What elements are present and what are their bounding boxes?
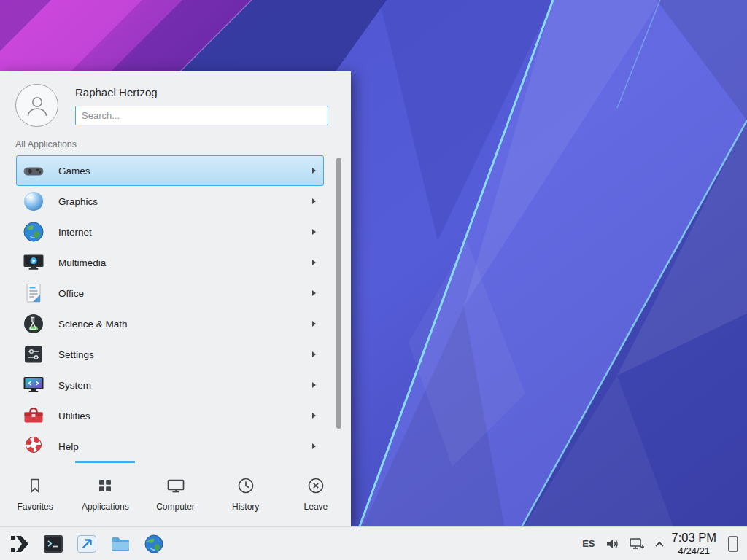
expand-caret-icon[interactable] bbox=[654, 540, 665, 548]
applications-grid-icon bbox=[96, 476, 115, 495]
kickoff-launcher-icon bbox=[9, 533, 31, 555]
system-monitor-icon bbox=[22, 373, 45, 397]
category-label: Office bbox=[58, 288, 84, 299]
office-document-icon bbox=[22, 281, 45, 305]
discover-taskbar-button[interactable] bbox=[73, 530, 101, 558]
tab-label: Favorites bbox=[17, 502, 53, 512]
category-label: Settings bbox=[58, 349, 94, 360]
category-label: Science & Math bbox=[58, 319, 128, 330]
category-label: Internet bbox=[58, 227, 92, 238]
category-multimedia[interactable]: Multimedia bbox=[16, 247, 324, 278]
multimedia-monitor-icon bbox=[22, 251, 45, 274]
taskbar: ES 7:03 PM 4/24/21 bbox=[0, 526, 747, 560]
tab-label: Applications bbox=[82, 502, 129, 512]
settings-sliders-icon bbox=[22, 343, 45, 366]
chevron-right-icon bbox=[312, 413, 316, 419]
bookmark-icon bbox=[26, 476, 44, 495]
category-label: Utilities bbox=[58, 411, 90, 421]
category-system[interactable]: System bbox=[16, 370, 324, 400]
graphics-sphere-icon bbox=[22, 190, 45, 213]
leave-icon bbox=[306, 476, 325, 495]
clock-date: 4/24/21 bbox=[672, 545, 716, 556]
chevron-right-icon bbox=[312, 443, 316, 449]
chevron-right-icon bbox=[312, 382, 316, 388]
konsole-icon bbox=[42, 533, 64, 555]
tab-computer[interactable]: Computer bbox=[140, 461, 210, 526]
category-office[interactable]: Office bbox=[16, 278, 324, 308]
computer-icon bbox=[166, 476, 185, 495]
category-utilities[interactable]: Utilities bbox=[16, 400, 324, 431]
tab-label: History bbox=[232, 502, 259, 512]
internet-globe-icon bbox=[22, 220, 45, 244]
category-label: Help bbox=[58, 441, 79, 452]
person-icon bbox=[24, 93, 50, 119]
show-desktop-icon bbox=[727, 534, 740, 553]
digital-clock[interactable]: 7:03 PM 4/24/21 bbox=[672, 531, 716, 556]
chevron-right-icon bbox=[312, 168, 316, 174]
browser-taskbar-button[interactable] bbox=[140, 530, 168, 558]
konsole-taskbar-button[interactable] bbox=[39, 530, 67, 558]
gamepad-icon bbox=[22, 159, 45, 182]
category-help[interactable]: Help bbox=[16, 431, 324, 461]
launcher-footer: Favorites Applications bbox=[0, 461, 351, 526]
browser-globe-icon bbox=[143, 533, 165, 555]
science-flask-icon bbox=[22, 312, 45, 335]
category-settings[interactable]: Settings bbox=[16, 339, 324, 370]
chevron-right-icon bbox=[312, 290, 316, 296]
scrollbar-thumb[interactable] bbox=[336, 158, 341, 429]
help-lifebuoy-icon bbox=[22, 435, 45, 458]
category-label: Graphics bbox=[58, 196, 98, 207]
tab-label: Leave bbox=[304, 502, 328, 512]
tab-history[interactable]: History bbox=[211, 461, 281, 526]
tab-leave[interactable]: Leave bbox=[281, 461, 351, 526]
clock-time: 7:03 PM bbox=[672, 531, 716, 545]
user-avatar[interactable] bbox=[15, 84, 58, 127]
section-label: All Applications bbox=[0, 133, 351, 152]
dolphin-taskbar-button[interactable] bbox=[107, 530, 134, 558]
chevron-right-icon bbox=[312, 229, 316, 235]
system-tray: ES bbox=[582, 537, 664, 551]
category-label: Games bbox=[58, 166, 90, 176]
tab-applications[interactable]: Applications bbox=[70, 461, 140, 526]
keyboard-layout-indicator[interactable]: ES bbox=[582, 538, 595, 549]
category-graphics[interactable]: Graphics bbox=[16, 186, 324, 217]
tab-label: Computer bbox=[156, 502, 195, 512]
category-label: Multimedia bbox=[58, 257, 106, 268]
chevron-right-icon bbox=[312, 198, 316, 204]
discover-icon bbox=[76, 533, 98, 555]
tab-favorites[interactable]: Favorites bbox=[0, 461, 70, 526]
chevron-right-icon bbox=[312, 321, 316, 327]
dolphin-folder-icon bbox=[109, 533, 131, 555]
category-games[interactable]: Games bbox=[16, 155, 324, 186]
utilities-toolbox-icon bbox=[22, 404, 45, 427]
scrollbar[interactable] bbox=[336, 158, 341, 455]
launcher-header: Raphael Hertzog bbox=[0, 71, 351, 133]
volume-icon[interactable] bbox=[605, 537, 619, 551]
chevron-right-icon bbox=[312, 351, 316, 357]
user-name: Raphael Hertzog bbox=[75, 84, 328, 98]
network-icon[interactable] bbox=[629, 537, 645, 551]
category-label: System bbox=[58, 380, 91, 391]
search-input[interactable] bbox=[75, 106, 328, 125]
application-launcher-popup: Raphael Hertzog All Applications Games bbox=[0, 71, 351, 526]
category-internet[interactable]: Internet bbox=[16, 217, 324, 247]
chevron-right-icon bbox=[312, 260, 316, 265]
active-tab-indicator bbox=[75, 461, 135, 463]
history-clock-icon bbox=[236, 476, 255, 495]
app-launcher-button[interactable] bbox=[6, 530, 34, 558]
category-science-math[interactable]: Science & Math bbox=[16, 308, 324, 339]
category-list: Games Graphics bbox=[0, 152, 351, 461]
show-desktop-button[interactable] bbox=[724, 529, 743, 559]
